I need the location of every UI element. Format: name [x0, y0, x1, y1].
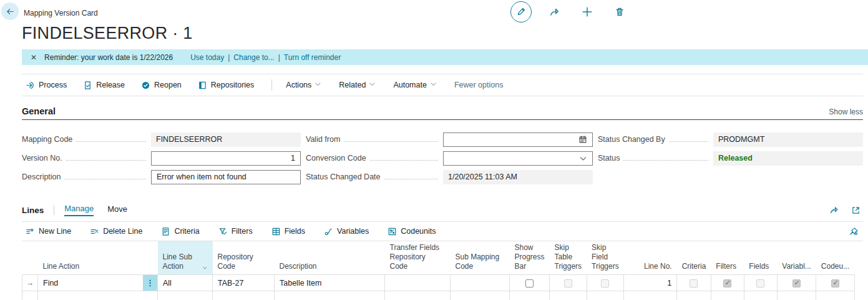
cell-filters — [711, 275, 744, 291]
col-codeunits[interactable]: Codeu... — [816, 241, 854, 275]
col-line-action[interactable]: Line Action — [38, 241, 158, 275]
related-menu[interactable]: Related — [339, 81, 376, 89]
cell-filters[interactable] — [711, 291, 744, 300]
col-fields[interactable]: Fields — [744, 241, 777, 275]
cell-criteria[interactable] — [677, 291, 711, 300]
open-in-new-window-button[interactable] — [848, 202, 863, 218]
show-less-link[interactable]: Show less — [829, 108, 863, 116]
col-sub-mapping-code[interactable]: Sub Mapping Code — [451, 241, 510, 275]
delete-button[interactable] — [610, 2, 629, 21]
general-col-1: Mapping Code FINDELSEERROR Version No. 1… — [22, 130, 301, 186]
delete-line-button[interactable]: Delete Line — [90, 227, 142, 236]
cell-repository-code[interactable]: TAB-27 — [213, 275, 275, 291]
col-show-progress-bar[interactable]: Show Progress Bar — [510, 241, 550, 275]
pin-button[interactable] — [844, 222, 863, 241]
chevron-down-icon[interactable] — [202, 264, 207, 271]
use-today-link[interactable]: Use today — [190, 53, 224, 62]
chevron-down-icon[interactable] — [579, 154, 587, 162]
tab-manage[interactable]: Manage — [64, 204, 94, 216]
col-filters[interactable]: Filters — [711, 241, 744, 275]
cell-skip-table-triggers — [550, 275, 587, 291]
dotted-leader — [76, 132, 146, 142]
cell-line-no[interactable] — [624, 291, 677, 300]
show-progress-bar-checkbox[interactable] — [525, 279, 534, 288]
cell-line-no[interactable]: 1 — [624, 275, 677, 291]
cell-sub-mapping-code[interactable] — [451, 291, 510, 300]
col-skip-field-triggers[interactable]: Skip Field Triggers — [587, 241, 624, 275]
cell-line-sub-action[interactable] — [158, 291, 213, 300]
col-skip-table-triggers[interactable]: Skip Table Triggers — [550, 241, 587, 275]
version-no-field[interactable]: 1 — [151, 151, 301, 166]
new-line-label: New Line — [39, 227, 71, 236]
cell-line-action[interactable]: Find ⋮ — [38, 275, 158, 291]
release-button[interactable]: Release — [83, 81, 125, 90]
share-lines-button[interactable] — [827, 202, 842, 218]
automate-menu[interactable]: Automate — [393, 81, 437, 89]
repositories-label: Repositories — [211, 81, 254, 89]
new-button[interactable] — [578, 2, 597, 21]
edit-button[interactable] — [510, 1, 532, 22]
valid-from-field[interactable] — [443, 132, 593, 147]
reopen-button[interactable]: Reopen — [141, 81, 182, 90]
cell-show-progress-bar[interactable] — [510, 291, 550, 300]
col-description[interactable]: Description — [275, 241, 385, 275]
pencil-icon — [516, 7, 526, 17]
cell-transfer-fields-repository-code[interactable] — [385, 291, 451, 300]
row-options-button[interactable]: ⋮ — [143, 275, 157, 291]
dotted-leader — [344, 132, 438, 142]
variables-label: Variables — [337, 227, 369, 236]
criteria-button[interactable]: Criteria — [161, 227, 199, 236]
cell-repository-code[interactable] — [213, 291, 275, 300]
repositories-button[interactable]: Repositories — [198, 81, 254, 90]
empty-table-row[interactable] — [22, 291, 855, 300]
new-line-icon — [26, 227, 35, 236]
col-criteria[interactable]: Criteria — [677, 241, 711, 275]
description-row: Description Error when item not found — [22, 168, 301, 186]
col-transfer-fields-repository-code[interactable]: Transfer Fields Repository Code — [385, 241, 451, 275]
cell-line-action[interactable] — [38, 291, 158, 300]
line-sub-action-header-label: Line Sub Action — [163, 252, 203, 271]
cell-sub-mapping-code[interactable] — [451, 275, 510, 291]
variables-button[interactable]: Variables — [324, 227, 369, 236]
row-marker-header — [22, 241, 38, 275]
back-button[interactable] — [1, 2, 19, 20]
cell-skip-field-triggers[interactable] — [587, 291, 624, 300]
cell-description[interactable] — [275, 291, 385, 300]
cell-description[interactable]: Tabelle Item — [275, 275, 385, 291]
actions-menu[interactable]: Actions — [286, 81, 321, 89]
description-field[interactable]: Error when item not found — [151, 170, 301, 184]
codeunits-button[interactable]: Codeunits — [388, 227, 436, 236]
cell-codeunits[interactable] — [816, 291, 854, 300]
tab-move[interactable]: Move — [107, 204, 127, 216]
status-field: Released — [713, 151, 863, 166]
cell-fields[interactable] — [744, 291, 777, 300]
turn-off-reminder-link[interactable]: Turn off reminder — [284, 53, 341, 62]
change-to-link[interactable]: Change to... — [233, 53, 274, 62]
fields-checkbox — [756, 279, 764, 288]
col-line-sub-action[interactable]: Line Sub Action — [158, 241, 213, 275]
col-repository-code[interactable]: Repository Code — [213, 241, 275, 275]
fields-label: Fields — [285, 227, 305, 236]
col-variables[interactable]: Variabl... — [777, 241, 816, 275]
line-action-value[interactable]: Find — [38, 275, 143, 291]
close-icon[interactable]: ✕ — [31, 53, 37, 62]
release-label: Release — [96, 81, 125, 89]
cell-show-progress-bar[interactable] — [510, 275, 550, 291]
process-button[interactable]: Process — [26, 81, 67, 90]
fewer-options-button[interactable]: Fewer options — [454, 81, 504, 89]
cell-skip-table-triggers[interactable] — [550, 291, 587, 300]
cell-line-sub-action[interactable]: All — [158, 275, 213, 291]
cell-transfer-fields-repository-code[interactable] — [385, 275, 451, 291]
new-line-button[interactable]: New Line — [26, 227, 71, 236]
calendar-icon[interactable] — [578, 135, 587, 144]
col-line-no[interactable]: Line No. — [624, 241, 677, 275]
share-button[interactable] — [545, 2, 564, 21]
release-icon — [83, 81, 92, 90]
filters-button[interactable]: Filters — [218, 227, 253, 236]
fields-button[interactable]: Fields — [271, 227, 305, 236]
cell-variables[interactable] — [777, 291, 816, 300]
criteria-label: Criteria — [174, 227, 199, 236]
status-changed-date-field: 1/20/2025 11:03 AM — [443, 170, 593, 184]
mapping-code-label: Mapping Code — [22, 135, 72, 144]
conversion-code-field[interactable] — [443, 151, 593, 166]
